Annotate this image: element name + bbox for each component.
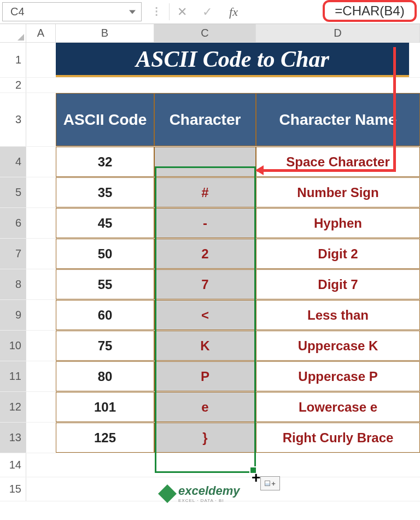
row-14: 14 <box>0 453 420 477</box>
cell-a12[interactable] <box>26 392 56 422</box>
cell-b4[interactable]: 32 <box>56 147 154 177</box>
cell-b9[interactable]: 60 <box>56 300 154 330</box>
cell-b2d2[interactable] <box>56 78 420 93</box>
watermark-logo-icon <box>158 484 177 503</box>
cell-c11[interactable]: P <box>154 361 256 391</box>
row-header-6[interactable]: 6 <box>0 208 26 238</box>
column-headers: A B C D <box>0 24 420 43</box>
autofill-options-button[interactable]: + <box>260 476 280 490</box>
row-header-5[interactable]: 5 <box>0 177 26 207</box>
cell-c5[interactable]: # <box>154 177 256 207</box>
col-header-b[interactable]: B <box>56 24 154 42</box>
row-header-4[interactable]: 4 <box>0 147 26 177</box>
cell-c12[interactable]: e <box>154 392 256 422</box>
cell-b12[interactable]: 101 <box>56 392 154 422</box>
cell-a7[interactable] <box>26 239 56 269</box>
cell-c6[interactable]: - <box>154 208 256 238</box>
cell-c8[interactable]: 7 <box>154 269 256 299</box>
cell-d10[interactable]: Uppercase K <box>256 331 420 361</box>
row-9: 9 60 < Less than <box>0 300 420 331</box>
enter-icon[interactable]: ✓ <box>195 0 220 24</box>
formula-bar-expand-icon: ⁝ <box>144 0 169 24</box>
header-ascii-code[interactable]: ASCII Code <box>56 93 154 146</box>
formula-bar: C4 ⁝ ✕ ✓ fx =CHAR(B4) <box>0 0 420 24</box>
row-header-9[interactable]: 9 <box>0 300 26 330</box>
select-all-triangle[interactable] <box>0 24 26 42</box>
row-header-8[interactable]: 8 <box>0 269 26 299</box>
cell-c9[interactable]: < <box>154 300 256 330</box>
cell-a2[interactable] <box>26 78 56 93</box>
fill-handle-cursor-icon: + <box>252 470 260 486</box>
col-header-a[interactable]: A <box>26 24 56 42</box>
row-12: 12 101 e Lowercase e <box>0 392 420 423</box>
formula-text: =CHAR(B4) <box>335 3 404 19</box>
cell-c4[interactable] <box>154 147 256 177</box>
col-header-c[interactable]: C <box>154 24 256 42</box>
watermark-brand: exceldemy <box>178 484 240 498</box>
cell-b6[interactable]: 45 <box>56 208 154 238</box>
row-5: 5 35 # Number Sign <box>0 177 420 208</box>
rows: 1 ASCII Code to Char 2 3 ASCII Code Char… <box>0 43 420 501</box>
watermark: exceldemy EXCEL · DATA · BI <box>161 484 240 503</box>
formula-callout-box: =CHAR(B4) <box>323 0 417 22</box>
cell-c10[interactable]: K <box>154 331 256 361</box>
row-10: 10 75 K Uppercase K <box>0 331 420 361</box>
watermark-tagline: EXCEL · DATA · BI <box>178 498 240 503</box>
title-text: ASCII Code to Char <box>136 46 329 72</box>
cell-d6[interactable]: Hyphen <box>256 208 420 238</box>
name-box[interactable]: C4 <box>2 2 142 21</box>
cell-d8[interactable]: Digit 7 <box>256 269 420 299</box>
cell-b5[interactable]: 35 <box>56 177 154 207</box>
cell-d12[interactable]: Lowercase e <box>256 392 420 422</box>
cell-a9[interactable] <box>26 300 56 330</box>
cell-d5[interactable]: Number Sign <box>256 177 420 207</box>
row-header-12[interactable]: 12 <box>0 392 26 422</box>
cell-d11[interactable]: Uppercase P <box>256 361 420 391</box>
cell-a5[interactable] <box>26 177 56 207</box>
cell-d13[interactable]: Right Curly Brace <box>256 423 420 453</box>
row-header-7[interactable]: 7 <box>0 239 26 269</box>
cell-a1[interactable] <box>26 43 56 77</box>
callout-arrow-icon <box>255 165 264 175</box>
row-3: 3 ASCII Code Character Character Name <box>0 93 420 147</box>
cells-row-14[interactable] <box>26 453 420 477</box>
fx-icon[interactable]: fx <box>220 0 247 24</box>
cell-b7[interactable]: 50 <box>56 239 154 269</box>
row-header-13[interactable]: 13 <box>0 423 26 453</box>
cell-a10[interactable] <box>26 331 56 361</box>
col-header-d[interactable]: D <box>256 24 420 42</box>
row-2: 2 <box>0 78 420 93</box>
title-cell[interactable]: ASCII Code to Char <box>56 43 409 77</box>
row-header-1[interactable]: 1 <box>0 43 26 77</box>
cell-d7[interactable]: Digit 2 <box>256 239 420 269</box>
name-box-value: C4 <box>10 5 25 18</box>
cell-b10[interactable]: 75 <box>56 331 154 361</box>
row-header-11[interactable]: 11 <box>0 361 26 391</box>
callout-line-horizontal <box>257 169 396 172</box>
cell-b8[interactable]: 55 <box>56 269 154 299</box>
cell-a6[interactable] <box>26 208 56 238</box>
cell-a13[interactable] <box>26 423 56 453</box>
cell-a8[interactable] <box>26 269 56 299</box>
row-4: 4 32 Space Character <box>0 147 420 177</box>
row-header-2[interactable]: 2 <box>0 78 26 93</box>
cell-c13[interactable]: } <box>154 423 256 453</box>
header-character[interactable]: Character <box>154 93 256 146</box>
row-header-3[interactable]: 3 <box>0 93 26 146</box>
cell-d9[interactable]: Less than <box>256 300 420 330</box>
cell-a11[interactable] <box>26 361 56 391</box>
row-header-15[interactable]: 15 <box>0 477 26 501</box>
cell-a3[interactable] <box>26 93 56 146</box>
callout-line-vertical <box>393 47 396 172</box>
worksheet-grid: A B C D 1 ASCII Code to Char 2 3 ASCII C… <box>0 24 420 501</box>
row-11: 11 80 P Uppercase P <box>0 361 420 392</box>
formula-input[interactable]: =CHAR(B4) <box>247 0 420 24</box>
cell-b11[interactable]: 80 <box>56 361 154 391</box>
cell-a4[interactable] <box>26 147 56 177</box>
row-header-14[interactable]: 14 <box>0 453 26 477</box>
cell-b13[interactable]: 125 <box>56 423 154 453</box>
cell-c7[interactable]: 2 <box>154 239 256 269</box>
autofill-options-icon <box>265 481 270 486</box>
cancel-icon[interactable]: ✕ <box>170 0 195 24</box>
row-header-10[interactable]: 10 <box>0 331 26 361</box>
